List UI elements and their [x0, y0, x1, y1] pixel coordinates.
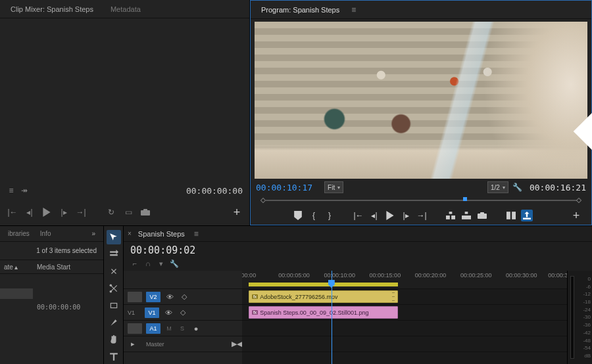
export-share-icon[interactable]: [521, 210, 533, 221]
snap-icon[interactable]: ⌐: [130, 259, 139, 268]
svg-point-15: [109, 290, 112, 293]
col-media-start[interactable]: Media Start: [33, 263, 74, 271]
camera-icon[interactable]: [139, 206, 151, 218]
pen-tool[interactable]: [107, 315, 121, 330]
program-button-editor-icon[interactable]: +: [570, 210, 582, 221]
a1-track-target[interactable]: A1: [146, 323, 160, 334]
svg-rect-17: [111, 304, 116, 308]
play-toggle-icon[interactable]: [384, 210, 396, 221]
tab-libraries[interactable]: ibraries: [3, 227, 35, 240]
play-audio-icon[interactable]: ↠: [20, 186, 29, 195]
tab-clip-mixer[interactable]: Clip Mixer: Spanish Steps: [3, 1, 101, 17]
mark-out-icon[interactable]: }: [324, 210, 335, 221]
resolution-select[interactable]: 1/2: [487, 181, 508, 193]
type-tool[interactable]: [107, 350, 121, 364]
loop-icon[interactable]: ↻: [105, 206, 117, 218]
export-frame-camera-icon[interactable]: [476, 210, 488, 221]
safe-margins-icon[interactable]: ▭: [122, 206, 134, 218]
add-marker-icon[interactable]: [292, 210, 304, 221]
track-select-tool[interactable]: [107, 247, 121, 262]
meter-mark: -24: [571, 307, 591, 313]
master-expand-icon[interactable]: ▸: [128, 339, 138, 350]
project-panel: ibraries Info » 1 of 3 items selected at…: [0, 226, 104, 364]
timeline-timecode[interactable]: 00:00:09:02: [124, 242, 592, 259]
project-rows: 00:00:00:00: [0, 274, 103, 364]
meter-mark: -36: [571, 322, 591, 328]
project-row-media-start: 00:00:00:00: [33, 304, 103, 311]
sequence-tab[interactable]: Spanish Steps: [134, 227, 189, 240]
time-ruler[interactable]: 00:00 00:00:05:00 00:00:10:00 00:00:15:0…: [242, 271, 567, 289]
v2-source-patch[interactable]: [128, 292, 142, 302]
track-lane-master[interactable]: [242, 336, 567, 352]
settings-wrench-icon[interactable]: 🔧: [512, 182, 523, 193]
out-point-handle[interactable]: [576, 198, 581, 203]
ripple-edit-tool[interactable]: [107, 264, 121, 279]
step-back-icon[interactable]: ◂|: [24, 206, 36, 218]
v1-toggle-output-icon[interactable]: 👁: [163, 307, 174, 318]
timeline-menu-icon[interactable]: ≡: [194, 229, 199, 239]
track-lane-v1[interactable]: Spanish Steps.00_00_09_02.Still001.png: [242, 305, 567, 321]
mark-in-icon[interactable]: {: [308, 210, 320, 221]
extract-icon[interactable]: [460, 210, 472, 221]
v2-toggle-sync-icon[interactable]: ◇: [179, 292, 189, 302]
a1-solo-toggle[interactable]: S: [178, 325, 187, 332]
v2-toggle-output-icon[interactable]: 👁: [164, 292, 175, 302]
tab-info[interactable]: Info: [35, 227, 57, 240]
ruler-tick: 00:00: [242, 272, 256, 279]
a1-voiceover-icon[interactable]: ●: [191, 323, 201, 334]
tab-metadata[interactable]: Metadata: [103, 1, 149, 17]
write-keyframes-icon[interactable]: ≡: [7, 186, 16, 195]
program-current-timecode[interactable]: 00:00:10:17: [256, 183, 312, 193]
zoom-level-select[interactable]: Fit: [324, 181, 343, 193]
linked-selection-icon[interactable]: ∩: [143, 259, 153, 268]
master-meter-icon[interactable]: ▶◀: [232, 339, 242, 350]
a1-source-patch[interactable]: [128, 323, 142, 334]
panel-overflow-icon[interactable]: »: [86, 227, 101, 240]
go-to-in-icon[interactable]: |←: [7, 206, 18, 218]
clip-v1[interactable]: Spanish Steps.00_00_09_02.Still001.png: [249, 306, 398, 319]
track-header-v2[interactable]: V2 👁 ◇: [124, 289, 242, 305]
step-back-frame-icon[interactable]: ◂|: [368, 210, 380, 221]
program-scrubber[interactable]: [256, 196, 586, 205]
project-row[interactable]: [0, 287, 103, 300]
svg-rect-14: [110, 254, 118, 256]
go-to-out-icon[interactable]: →|: [75, 206, 87, 218]
col-date[interactable]: ate ▴: [0, 263, 33, 271]
play-icon[interactable]: [41, 206, 53, 218]
project-row[interactable]: 00:00:00:00: [0, 300, 103, 313]
v2-track-target[interactable]: V2: [146, 292, 160, 302]
v1-track-target[interactable]: V1: [145, 307, 159, 318]
comparison-view-icon[interactable]: [505, 210, 517, 221]
a1-mute-toggle[interactable]: M: [164, 325, 174, 332]
close-sequence-icon[interactable]: ×: [128, 230, 132, 237]
track-lane-a1[interactable]: [242, 321, 567, 336]
track-header-master[interactable]: ▸ Master ▶◀: [124, 336, 242, 352]
button-editor-icon[interactable]: +: [231, 206, 243, 218]
step-fwd-icon[interactable]: |▸: [58, 206, 70, 218]
go-to-out-point-icon[interactable]: →|: [416, 210, 428, 221]
slip-tool[interactable]: [107, 298, 121, 313]
lift-icon[interactable]: [445, 210, 456, 221]
hand-tool[interactable]: [107, 332, 121, 347]
go-to-in-point-icon[interactable]: |←: [353, 210, 364, 221]
track-header-v1[interactable]: V1 V1 👁 ◇: [124, 305, 242, 321]
project-row-thumb: [0, 288, 33, 299]
work-area-bar[interactable]: [249, 283, 398, 286]
razor-tool[interactable]: [107, 281, 121, 296]
selection-tool[interactable]: [107, 230, 121, 244]
timeline-tracks-area[interactable]: 00:00 00:00:05:00 00:00:10:00 00:00:15:0…: [242, 271, 567, 364]
tab-program[interactable]: Program: Spanish Steps: [253, 2, 347, 18]
v1-toggle-sync-icon[interactable]: ◇: [178, 307, 188, 318]
timeline-settings-icon[interactable]: 🔧: [170, 259, 179, 268]
track-header-a1[interactable]: A1 M S ●: [124, 321, 242, 336]
program-video[interactable]: [255, 22, 587, 179]
timeline-playhead[interactable]: [328, 280, 335, 288]
add-marker-tl-icon[interactable]: ▾: [157, 259, 166, 268]
step-fwd-frame-icon[interactable]: |▸: [400, 210, 412, 221]
track-headers: V2 👁 ◇ V1 V1 👁 ◇ A1 M S: [124, 271, 242, 364]
project-selection-info: 1 of 3 items selected: [0, 242, 103, 260]
program-playhead[interactable]: [462, 197, 468, 204]
track-lane-v2[interactable]: AdobeStock_277796256.mov: [242, 289, 567, 305]
clip-v2[interactable]: AdobeStock_277796256.mov: [249, 290, 398, 303]
panel-menu-icon[interactable]: ≡: [351, 5, 356, 14]
